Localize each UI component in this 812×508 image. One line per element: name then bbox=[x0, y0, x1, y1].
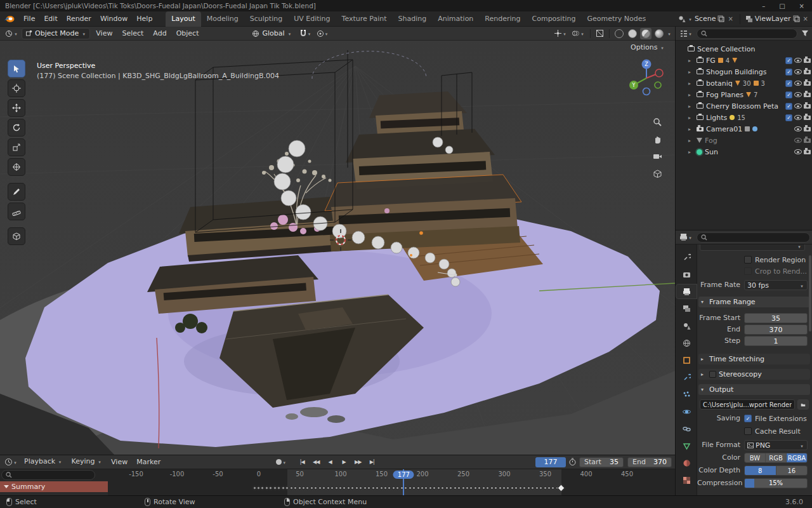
color-bw-option[interactable]: BW bbox=[745, 453, 766, 462]
summary-channel[interactable]: Summary bbox=[0, 481, 108, 492]
workspace-tab-geometry-nodes[interactable]: Geometry Nodes bbox=[581, 11, 652, 27]
shading-solid-button[interactable] bbox=[627, 28, 638, 39]
workspace-tab-rendering[interactable]: Rendering bbox=[479, 11, 526, 27]
shading-material-button[interactable] bbox=[640, 28, 652, 39]
exclude-checkbox[interactable] bbox=[785, 91, 792, 98]
shading-rendered-button[interactable] bbox=[653, 28, 665, 39]
output-panel-header[interactable]: Output bbox=[698, 384, 810, 395]
play-reverse-button[interactable]: ◀ bbox=[324, 457, 336, 468]
color-rgba-option[interactable]: RGBA bbox=[787, 453, 807, 462]
blender-logo-icon[interactable] bbox=[0, 13, 19, 25]
timeline-menu-keying[interactable]: Keying bbox=[68, 455, 106, 469]
menu-window[interactable]: Window bbox=[96, 11, 132, 27]
properties-search-input[interactable] bbox=[697, 232, 810, 243]
next-keyframe-button[interactable]: ▶▶ bbox=[351, 457, 364, 468]
expand-arrow-icon[interactable] bbox=[688, 81, 694, 86]
hide-eye-icon[interactable] bbox=[794, 149, 802, 154]
scene-selector[interactable]: Scene × bbox=[676, 15, 737, 23]
tab-material[interactable] bbox=[676, 455, 697, 471]
tab-modifiers[interactable] bbox=[676, 370, 697, 385]
workspace-tab-layout[interactable]: Layout bbox=[166, 11, 200, 27]
viewport-menu-select[interactable]: Select bbox=[118, 27, 147, 41]
properties-scrollbar[interactable] bbox=[809, 255, 811, 331]
ortho-toggle-button[interactable] bbox=[650, 166, 665, 181]
prev-keyframe-button[interactable]: ◀◀ bbox=[310, 457, 322, 468]
playhead-label[interactable]: 177 bbox=[393, 471, 414, 479]
render-visibility-icon[interactable] bbox=[804, 58, 811, 63]
outliner-item-scene-collection[interactable]: Scene Collection bbox=[676, 43, 812, 55]
file-extensions-checkbox[interactable] bbox=[744, 415, 752, 422]
tab-object[interactable] bbox=[676, 352, 697, 368]
viewport-menu-view[interactable]: View bbox=[92, 27, 116, 41]
unlink-scene-icon[interactable]: × bbox=[726, 15, 734, 22]
pan-button[interactable] bbox=[650, 131, 665, 147]
tool-cursor[interactable] bbox=[8, 79, 25, 97]
tab-particles[interactable] bbox=[676, 387, 697, 402]
axis-gizmo[interactable]: Z Y bbox=[624, 56, 669, 100]
render-region-checkbox[interactable] bbox=[744, 256, 752, 264]
remove-view-layer-icon[interactable]: × bbox=[802, 15, 809, 22]
timeline-ruler[interactable]: -150-100-50050100150200250300350400450 bbox=[0, 469, 675, 481]
start-frame-field[interactable]: Start35 bbox=[579, 457, 624, 467]
outliner-filter-button[interactable] bbox=[800, 28, 810, 39]
menu-render[interactable]: Render bbox=[62, 11, 96, 27]
expand-arrow-icon[interactable] bbox=[688, 138, 694, 144]
properties-editor-type-button[interactable] bbox=[678, 232, 694, 243]
outliner-item-lights[interactable]: Lights 15 bbox=[676, 112, 812, 123]
jump-to-start-button[interactable]: |◀ bbox=[296, 457, 308, 468]
keyframe-diamond-selected[interactable] bbox=[557, 484, 565, 492]
options-dropdown[interactable]: Options bbox=[631, 43, 665, 51]
outliner-item-fog-planes[interactable]: Fog Planes 7 bbox=[676, 89, 812, 100]
channel-search-input[interactable] bbox=[1, 470, 95, 480]
depth-16-option[interactable]: 16 bbox=[776, 466, 808, 475]
end-field[interactable]: 370 bbox=[744, 324, 808, 335]
viewport-3d[interactable]: User Perspective (177) Scene Collection … bbox=[0, 41, 675, 455]
outliner-item-cherry-blossom-petals[interactable]: Cherry Blossom Peta bbox=[676, 100, 812, 112]
clipped-field[interactable] bbox=[700, 244, 805, 251]
hide-eye-icon[interactable] bbox=[794, 92, 802, 97]
outliner-item-fog[interactable]: Fog bbox=[676, 135, 812, 146]
hide-eye-icon[interactable] bbox=[794, 81, 802, 86]
tool-select-box[interactable] bbox=[8, 60, 25, 77]
tool-add-cube[interactable] bbox=[8, 227, 25, 245]
editor-type-button[interactable] bbox=[3, 28, 20, 39]
end-frame-field[interactable]: End370 bbox=[627, 457, 672, 467]
render-visibility-icon[interactable] bbox=[804, 81, 811, 86]
viewport-menu-object[interactable]: Object bbox=[173, 27, 203, 41]
expand-arrow-icon[interactable] bbox=[688, 58, 694, 64]
timeline-menu-marker[interactable]: Marker bbox=[133, 455, 164, 469]
hide-eye-icon[interactable] bbox=[794, 104, 802, 109]
hide-eye-icon[interactable] bbox=[794, 115, 802, 120]
tab-physics[interactable] bbox=[676, 404, 697, 419]
shading-wireframe-button[interactable] bbox=[613, 28, 625, 39]
output-path-field[interactable]: C:\Users\jplu...wport Render bbox=[700, 399, 795, 410]
viewport-menu-add[interactable]: Add bbox=[149, 27, 170, 41]
show-gizmo-dropdown[interactable] bbox=[553, 28, 568, 39]
exclude-checkbox[interactable] bbox=[785, 114, 792, 121]
render-visibility-icon[interactable] bbox=[804, 150, 811, 154]
close-button[interactable]: × bbox=[799, 3, 804, 10]
minimize-button[interactable]: – bbox=[762, 3, 765, 10]
tool-transform[interactable] bbox=[8, 158, 25, 176]
expand-arrow-icon[interactable] bbox=[688, 69, 694, 75]
expand-arrow-icon[interactable] bbox=[688, 126, 694, 132]
step-field[interactable]: 1 bbox=[744, 336, 808, 346]
maximize-button[interactable]: □ bbox=[779, 3, 785, 10]
tab-constraints[interactable] bbox=[676, 421, 697, 436]
mode-dropdown[interactable]: Object Mode bbox=[22, 28, 90, 39]
hide-eye-icon[interactable] bbox=[794, 138, 802, 143]
workspace-tab-modeling[interactable]: Modeling bbox=[201, 11, 244, 27]
workspace-tab-sculpting[interactable]: Sculpting bbox=[244, 11, 288, 27]
exclude-checkbox[interactable] bbox=[785, 57, 792, 64]
depth-8-option[interactable]: 8 bbox=[745, 466, 776, 475]
timeline-menu-view[interactable]: View bbox=[107, 455, 131, 469]
stereoscopy-checkbox[interactable] bbox=[709, 371, 716, 378]
color-rgb-option[interactable]: RGB bbox=[766, 453, 787, 462]
tab-world[interactable] bbox=[676, 335, 697, 351]
outliner-item-sun[interactable]: Sun bbox=[676, 146, 812, 157]
tab-view-layer[interactable] bbox=[676, 301, 697, 316]
expand-arrow-icon[interactable] bbox=[688, 92, 694, 98]
view-layer-selector[interactable]: ViewLayer × bbox=[743, 15, 812, 23]
timeline-menu-playback[interactable]: Playback bbox=[20, 455, 67, 469]
tool-measure[interactable] bbox=[8, 203, 25, 220]
